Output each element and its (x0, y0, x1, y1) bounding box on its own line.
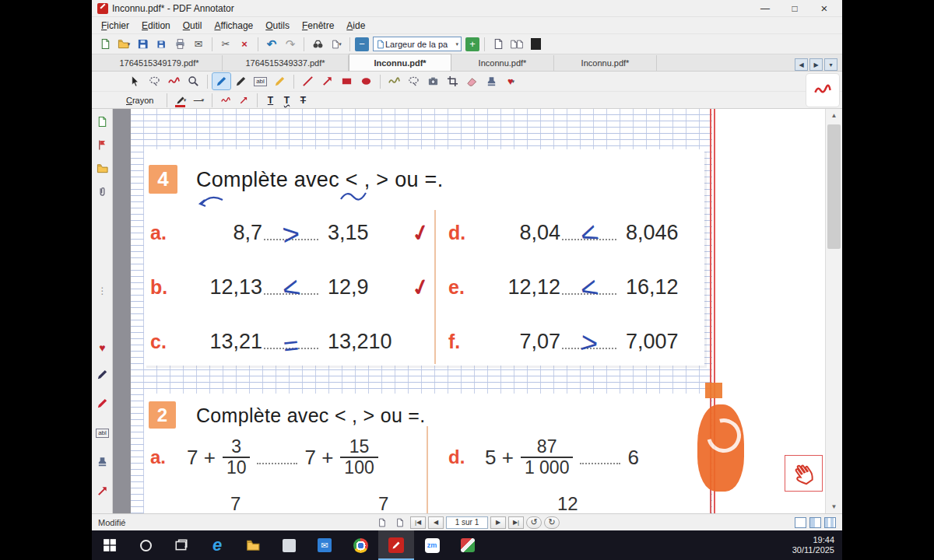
split-layout-button[interactable] (809, 517, 821, 528)
sidebar-folder-icon[interactable] (96, 162, 109, 175)
curve-smoothing-button-2[interactable] (236, 93, 251, 107)
scrollbar-track[interactable] (826, 122, 842, 500)
zoom-in-button[interactable]: + (465, 37, 479, 51)
export-page-icon[interactable] (374, 516, 390, 529)
select-tool-icon[interactable] (146, 73, 163, 89)
print-icon[interactable] (171, 37, 188, 52)
menu-aide[interactable]: Aide (340, 19, 371, 33)
view-forward-button[interactable]: ↻ (544, 516, 560, 529)
pointer-tool-icon[interactable] (126, 73, 144, 89)
menu-outil[interactable]: Outil (177, 19, 209, 33)
minimize-button[interactable]: — (750, 1, 780, 16)
arrow-tool-icon[interactable] (318, 73, 336, 89)
mail-taskbar-icon[interactable]: ✉ (307, 530, 342, 560)
menu-outils[interactable]: Outils (259, 19, 296, 33)
search-icon[interactable] (309, 37, 326, 52)
answer-blank[interactable]: < (264, 293, 318, 295)
delete-icon[interactable]: × (236, 37, 253, 52)
text-wavy-underline-button[interactable]: T (279, 95, 293, 106)
answer-blank[interactable]: > (264, 239, 318, 240)
start-button[interactable] (92, 530, 128, 560)
answer-blank[interactable] (580, 463, 620, 464)
tab-scroll-right-button[interactable]: ▶ (809, 58, 823, 71)
undo-icon[interactable]: ↶ (263, 37, 280, 52)
snapshot-tool-icon[interactable] (424, 73, 442, 89)
chrome-taskbar-icon[interactable] (342, 530, 378, 560)
stamp-tool-icon[interactable] (483, 73, 500, 89)
zoom-out-button[interactable]: − (355, 37, 369, 51)
pen-color-button[interactable]: ▾ (173, 93, 188, 107)
search-button[interactable] (128, 530, 163, 560)
sidebar-favorites-icon[interactable]: ♥ (96, 341, 109, 354)
freehand-tool-icon[interactable] (385, 73, 403, 89)
hand-annotation-widget[interactable] (785, 455, 823, 492)
view-back-button[interactable]: ↺ (526, 516, 542, 529)
save-all-icon[interactable] (153, 37, 170, 52)
close-button[interactable]: × (809, 1, 839, 16)
page-number-field[interactable]: 1 sur 1 (446, 516, 488, 529)
zoom-dropdown-icon[interactable]: ▾ (455, 41, 458, 47)
answer-blank[interactable] (257, 463, 297, 464)
eraser-tool-icon[interactable] (463, 73, 481, 89)
answer-blank[interactable]: < (562, 293, 616, 295)
sidebar-pencil-icon[interactable] (96, 397, 109, 410)
sidebar-bookmark-icon[interactable] (96, 138, 109, 152)
pencil-tool-icon[interactable] (212, 73, 230, 89)
sidebar-drag-handle[interactable]: ⋮ (96, 284, 109, 297)
task-view-button[interactable] (163, 530, 199, 560)
answer-blank[interactable]: = (264, 348, 318, 349)
tab-document-3-active[interactable]: Inconnu.pdf* (349, 54, 451, 71)
pdf-annotator-taskbar-icon[interactable] (378, 530, 414, 560)
scribble-tool-icon[interactable] (165, 73, 183, 89)
app-taskbar-icon-2[interactable] (450, 530, 486, 560)
email-icon[interactable]: ✉ (190, 37, 207, 52)
previous-page-button[interactable]: ◀ (428, 516, 444, 529)
goto-page-icon[interactable]: ▾ (328, 37, 345, 52)
answer-blank[interactable]: < (562, 239, 616, 240)
redo-icon[interactable]: ↷ (282, 37, 299, 52)
single-layout-button[interactable] (795, 517, 806, 528)
tab-document-1[interactable]: 1764515349179.pdf* (97, 55, 223, 71)
edge-taskbar-icon[interactable]: e (199, 530, 235, 560)
single-page-icon[interactable] (490, 37, 507, 52)
favorites-tool-icon[interactable]: ♥▾ (502, 73, 520, 89)
tab-document-5[interactable]: Inconnu.pdf* (554, 55, 657, 71)
app-taskbar-icon-1[interactable] (271, 530, 307, 560)
line-tool-icon[interactable] (299, 73, 317, 89)
menu-affichage[interactable]: Affichage (208, 19, 259, 33)
copy-page-icon[interactable] (392, 516, 408, 529)
restore-button[interactable]: □ (780, 1, 809, 16)
menu-edition[interactable]: Edition (135, 19, 177, 33)
tab-scroll-left-button[interactable]: ◀ (795, 58, 808, 71)
text-underline-button[interactable]: T (263, 95, 277, 106)
tab-document-4[interactable]: Inconnu.pdf* (451, 55, 554, 71)
file-explorer-taskbar-icon[interactable] (235, 530, 271, 560)
new-document-icon[interactable] (97, 37, 114, 52)
document-canvas[interactable]: 4 Complète avec < , > ou =. a. 8,7 (113, 109, 825, 513)
sidebar-textbox-icon[interactable]: abl (96, 426, 109, 439)
text-box-tool-icon[interactable]: abl (251, 73, 269, 89)
crop-tool-icon[interactable] (444, 73, 462, 89)
magnifier-tool-icon[interactable] (184, 73, 202, 89)
vertical-scrollbar[interactable]: ▲ ▼ (825, 109, 842, 513)
zoom-level-combobox[interactable]: Largeur de la pa ▾ (373, 37, 462, 51)
first-page-button[interactable]: |◀ (410, 516, 426, 529)
last-page-button[interactable]: ▶| (508, 516, 524, 529)
taskbar-clock[interactable]: 19:44 30/11/2025 (785, 530, 842, 560)
grid-layout-button[interactable] (824, 517, 836, 528)
page-width-icon[interactable] (508, 37, 525, 52)
next-page-button[interactable]: ▶ (490, 516, 506, 529)
full-page-icon[interactable] (527, 37, 544, 52)
scroll-up-button[interactable]: ▲ (826, 109, 842, 122)
ellipse-tool-icon[interactable] (357, 73, 375, 89)
tab-document-2[interactable]: 1764515349337.pdf* (223, 55, 349, 71)
cut-icon[interactable]: ✂ (217, 37, 234, 52)
highlighter-tool-icon[interactable] (271, 73, 289, 89)
rectangle-tool-icon[interactable] (338, 73, 356, 89)
menu-fenetre[interactable]: Fenêtre (296, 19, 340, 33)
scroll-down-button[interactable]: ▼ (826, 500, 842, 513)
sidebar-new-note-icon[interactable] (96, 115, 109, 128)
open-file-icon[interactable]: ▾ (115, 37, 132, 52)
zoom-taskbar-icon[interactable]: zm (414, 530, 450, 560)
sidebar-pen-icon[interactable] (96, 368, 109, 381)
